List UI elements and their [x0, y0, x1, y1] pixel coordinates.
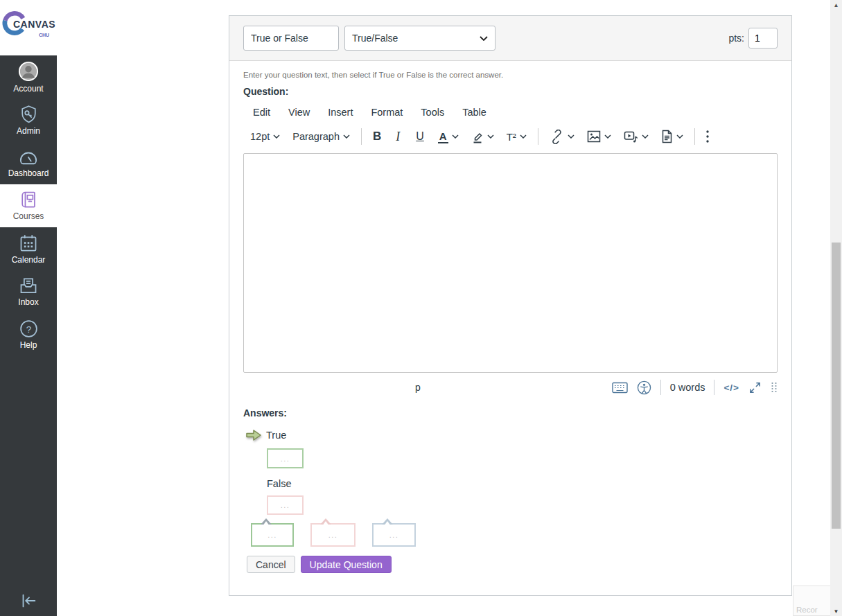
svg-text:?: ? — [26, 324, 31, 335]
chevron-down-icon — [568, 134, 575, 139]
media-icon — [624, 130, 638, 143]
scrollbar-thumb[interactable] — [832, 243, 841, 529]
word-count: 0 words — [670, 382, 705, 393]
answer-comment-box-true[interactable]: ... — [267, 448, 304, 468]
sidebar-item-calendar[interactable]: Calendar — [0, 227, 57, 270]
collapse-sidebar-button[interactable] — [0, 591, 57, 610]
question-header: True/False pts: — [229, 16, 791, 61]
sidebar-item-label: Dashboard — [8, 168, 49, 178]
fullscreen-button[interactable] — [748, 381, 762, 394]
chevron-down-icon — [480, 36, 488, 41]
sidebar-item-account[interactable]: Account — [0, 55, 57, 98]
question-label: Question: — [243, 86, 778, 97]
accessibility-checker-button[interactable] — [637, 380, 651, 395]
question-editor-panel: True/False pts: Enter your question text… — [229, 15, 792, 596]
brand-text: CANVAS — [13, 19, 55, 30]
sidebar-item-label: Account — [13, 84, 43, 94]
points-input[interactable] — [748, 28, 778, 49]
document-button[interactable] — [658, 128, 686, 145]
menu-view[interactable]: View — [288, 107, 310, 118]
rich-text-editor-body[interactable] — [243, 153, 778, 373]
superscript-button[interactable]: T² — [504, 130, 529, 144]
sidebar-item-label: Calendar — [12, 255, 46, 265]
menu-tools[interactable]: Tools — [421, 107, 444, 118]
global-nav-sidebar: CANVAS CHU Account Admin — [0, 0, 57, 616]
menu-format[interactable]: Format — [371, 107, 403, 118]
resize-handle[interactable] — [771, 382, 778, 393]
editor-toolbar: 12pt Paragraph B I U A — [247, 126, 778, 147]
chevron-down-icon — [452, 134, 459, 139]
cancel-button[interactable]: Cancel — [247, 556, 295, 573]
update-question-button[interactable]: Update Question — [301, 556, 392, 573]
canvas-logo[interactable]: CANVAS CHU — [0, 0, 57, 55]
highlight-color-button[interactable] — [468, 129, 497, 145]
correct-feedback-comment-box[interactable]: ... — [251, 523, 294, 547]
expand-icon — [748, 381, 762, 394]
font-size-dropdown[interactable]: 12pt — [247, 130, 283, 143]
record-label: Recor — [796, 606, 818, 614]
scroll-up-arrow[interactable]: ▲ — [830, 2, 842, 8]
image-icon — [587, 130, 601, 143]
question-type-value: True/False — [352, 33, 398, 44]
chevron-down-icon — [273, 134, 280, 139]
toolbar-divider — [538, 128, 538, 145]
paragraph-format-dropdown[interactable]: Paragraph — [290, 130, 353, 143]
image-button[interactable] — [584, 129, 614, 144]
collapse-arrow-icon — [18, 591, 39, 610]
answers-label: Answers: — [243, 407, 778, 419]
underline-button[interactable]: U — [412, 129, 428, 144]
sidebar-item-label: Admin — [17, 126, 40, 136]
sidebar-item-courses[interactable]: Courses — [0, 184, 57, 227]
answer-row-false: False — [243, 478, 778, 489]
answer-label-false: False — [267, 478, 291, 489]
sidebar-item-label: Inbox — [18, 297, 38, 307]
menu-table[interactable]: Table — [462, 107, 486, 118]
correct-answer-arrow-icon[interactable] — [245, 428, 262, 442]
helper-text: Enter your question text, then select if… — [243, 71, 778, 79]
highlighter-icon — [471, 130, 484, 143]
user-avatar-icon — [18, 61, 39, 82]
general-feedback-comment-box[interactable]: ... — [372, 523, 416, 547]
link-button[interactable] — [547, 128, 577, 146]
text-color-button[interactable]: A — [435, 129, 462, 145]
inbox-icon — [19, 276, 38, 295]
editor-menubar: Edit View Insert Format Tools Table — [253, 107, 778, 118]
brand-subtext: CHU — [39, 33, 49, 37]
answer-label-true: True — [266, 430, 286, 441]
media-button[interactable] — [621, 129, 651, 145]
element-path[interactable]: p — [415, 382, 421, 393]
sidebar-item-inbox[interactable]: Inbox — [0, 270, 57, 313]
bold-button[interactable]: B — [370, 128, 384, 145]
page-scrollbar[interactable]: ▲ ▼ — [830, 0, 842, 616]
sidebar-item-dashboard[interactable]: Dashboard — [0, 141, 57, 184]
chevron-down-icon — [676, 134, 683, 139]
feedback-comment-row: ... ... ... — [251, 523, 778, 547]
sidebar-item-admin[interactable]: Admin — [0, 98, 57, 141]
editor-statusbar: p — [243, 373, 778, 402]
wrong-feedback-comment-box[interactable]: ... — [310, 523, 356, 547]
gauge-icon — [18, 148, 39, 166]
sidebar-item-help[interactable]: ? Help — [0, 313, 57, 356]
menu-insert[interactable]: Insert — [328, 107, 353, 118]
chevron-down-icon — [642, 134, 649, 139]
toolbar-divider — [694, 128, 695, 145]
scroll-down-arrow[interactable]: ▼ — [830, 608, 842, 615]
global-nav: Account Admin Dashboard — [0, 55, 57, 616]
points-label: pts: — [728, 33, 744, 44]
link-icon — [550, 130, 564, 144]
question-name-input[interactable] — [243, 26, 339, 51]
statusbar-divider — [660, 380, 661, 395]
menu-edit[interactable]: Edit — [253, 107, 270, 118]
toolbar-divider — [361, 128, 362, 145]
more-tools-button[interactable] — [703, 129, 712, 144]
html-editor-button[interactable]: </> — [723, 382, 739, 393]
shield-key-icon — [19, 105, 38, 124]
keyboard-shortcuts-button[interactable] — [612, 382, 628, 394]
calendar-icon — [19, 234, 38, 253]
chevron-down-icon — [604, 134, 611, 139]
question-type-select[interactable]: True/False — [344, 26, 495, 51]
answer-comment-box-false[interactable]: ... — [267, 495, 304, 515]
italic-button[interactable]: I — [391, 128, 405, 146]
document-icon — [661, 130, 673, 143]
book-icon — [19, 191, 38, 209]
